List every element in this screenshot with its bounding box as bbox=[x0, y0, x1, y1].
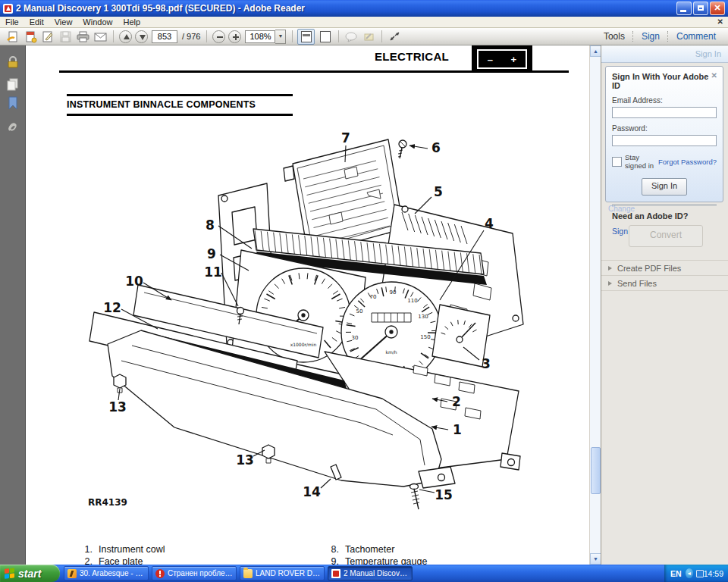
highlight-icon[interactable] bbox=[362, 30, 376, 43]
forgot-password-link[interactable]: Forgot Password? bbox=[658, 158, 717, 166]
toolbar: / 976 108% ▼ Tools Sign Comment bbox=[0, 28, 728, 45]
close-document-icon[interactable]: ✕ bbox=[717, 17, 723, 27]
zoom-out-button[interactable] bbox=[212, 30, 225, 43]
callout-11: 11 bbox=[204, 264, 222, 280]
stay-signed-in-checkbox[interactable] bbox=[612, 157, 622, 167]
create-pdf-files-row[interactable]: Create PDF Files bbox=[601, 260, 728, 275]
zoom-level-value: 108% bbox=[245, 30, 275, 43]
comment-button[interactable]: Comment bbox=[676, 31, 716, 42]
scroll-up-icon[interactable]: ▲ bbox=[590, 45, 601, 57]
email-field[interactable] bbox=[612, 107, 717, 118]
send-files-row[interactable]: Send Files bbox=[601, 275, 728, 290]
adobe-reader-icon bbox=[3, 4, 13, 14]
windows-logo-icon bbox=[5, 568, 15, 579]
window-title: 2 Manual Discovery 1 300Tdi 95-98.pdf (S… bbox=[16, 3, 675, 14]
callout-12: 12 bbox=[103, 300, 121, 315]
clock[interactable]: 14:59 bbox=[704, 569, 723, 578]
screen: 2 Manual Discovery 1 300Tdi 95-98.pdf (S… bbox=[0, 0, 728, 582]
alert-icon bbox=[155, 569, 165, 578]
single-page-mode-button[interactable] bbox=[316, 29, 334, 45]
save-icon[interactable] bbox=[58, 30, 73, 43]
email-icon[interactable] bbox=[93, 30, 108, 43]
callout-5: 5 bbox=[434, 184, 443, 199]
svg-text:70: 70 bbox=[370, 294, 377, 300]
svg-text:150: 150 bbox=[420, 334, 430, 340]
taskbar-item-browser[interactable]: Странен проблем с ... bbox=[152, 566, 237, 580]
zoom-level-select[interactable]: 108% ▼ bbox=[245, 30, 286, 44]
password-label: Password: bbox=[612, 124, 717, 133]
start-button[interactable]: start bbox=[0, 565, 60, 582]
fullscreen-icon[interactable] bbox=[388, 30, 402, 43]
svg-text:50: 50 bbox=[356, 308, 363, 314]
callout-13a: 13 bbox=[108, 399, 127, 415]
tray-arrow-icon[interactable]: ◄ bbox=[686, 568, 693, 578]
open-file-icon[interactable] bbox=[6, 30, 20, 43]
print-icon[interactable] bbox=[76, 30, 90, 43]
tach-unit-label: x1000r/min bbox=[290, 342, 317, 347]
sign-in-pane-header[interactable]: Sign In bbox=[601, 45, 728, 63]
sticky-note-icon[interactable] bbox=[344, 30, 359, 43]
scrolling-mode-button[interactable] bbox=[297, 29, 315, 45]
taskbar-item-pdf-active[interactable]: 2 Manual Discovery 1... bbox=[328, 566, 413, 580]
taskbar: start 30. Arabesque - In F... Странен пр… bbox=[0, 565, 728, 582]
callout-9: 9 bbox=[207, 246, 216, 261]
language-indicator[interactable]: EN bbox=[670, 569, 682, 578]
create-pdf-icon[interactable] bbox=[24, 30, 38, 43]
convert-button[interactable]: Convert bbox=[629, 225, 703, 247]
zoom-in-button[interactable] bbox=[228, 30, 241, 43]
parts-list-item: 1.Instrument cowl bbox=[79, 544, 165, 555]
taskbar-item-winamp[interactable]: 30. Arabesque - In F... bbox=[64, 566, 149, 580]
parts-list-item: 9.Temperature gauge bbox=[325, 556, 427, 565]
restore-button[interactable] bbox=[693, 2, 708, 15]
minimize-button[interactable] bbox=[676, 2, 692, 15]
callout-10: 10 bbox=[125, 274, 143, 289]
callout-8: 8 bbox=[206, 217, 215, 233]
next-page-button[interactable] bbox=[135, 30, 148, 43]
scroll-down-icon[interactable]: ▼ bbox=[590, 553, 601, 565]
close-icon[interactable]: ✕ bbox=[711, 71, 717, 80]
vertical-scrollbar[interactable]: ▲ ▼ bbox=[589, 45, 601, 565]
svg-text:110: 110 bbox=[407, 298, 417, 304]
svg-text:90: 90 bbox=[390, 289, 397, 296]
close-button[interactable]: ✕ bbox=[710, 2, 725, 15]
sign-button[interactable]: Sign bbox=[642, 31, 660, 42]
figure-reference: RR4139 bbox=[88, 497, 127, 508]
taskbar-item-folder[interactable]: LAND ROVER DISCOV... bbox=[240, 566, 325, 580]
menu-view[interactable]: View bbox=[49, 17, 78, 27]
pages-panel-icon[interactable] bbox=[5, 77, 20, 92]
tools-button[interactable]: Tools bbox=[604, 31, 625, 42]
menu-window[interactable]: Window bbox=[77, 17, 118, 27]
page-number-input[interactable] bbox=[152, 30, 177, 43]
callout-6: 6 bbox=[431, 140, 441, 155]
callout-7: 7 bbox=[341, 130, 350, 146]
speed-unit-label: km/h bbox=[385, 349, 397, 355]
display-icon[interactable] bbox=[696, 570, 704, 577]
stay-signed-in-label: Stay signed in bbox=[625, 153, 658, 170]
tools-panel: Sign In Sign In With Your Adobe ID ✕ Ema… bbox=[601, 45, 728, 565]
title-bar: 2 Manual Discovery 1 300Tdi 95-98.pdf (S… bbox=[0, 0, 728, 17]
folder-icon bbox=[243, 569, 253, 578]
password-field[interactable] bbox=[612, 135, 717, 146]
sign-document-icon[interactable] bbox=[41, 30, 55, 43]
previous-page-button[interactable] bbox=[119, 30, 132, 43]
change-link[interactable]: Change bbox=[608, 205, 635, 213]
email-label: Email Address: bbox=[612, 96, 717, 105]
callout-13b: 13 bbox=[236, 452, 254, 468]
callout-4: 4 bbox=[485, 216, 494, 231]
menu-edit[interactable]: Edit bbox=[24, 17, 49, 27]
sign-in-button[interactable]: Sign In bbox=[642, 178, 687, 196]
battery-icon: – + bbox=[472, 45, 532, 73]
menu-file[interactable]: File bbox=[0, 17, 24, 27]
chevron-right-icon bbox=[608, 281, 612, 286]
bookmarks-panel-icon[interactable] bbox=[5, 95, 20, 111]
menu-help[interactable]: Help bbox=[118, 17, 146, 27]
scrollbar-thumb[interactable] bbox=[591, 447, 601, 494]
attachments-panel-icon[interactable] bbox=[5, 120, 20, 135]
chevron-down-icon[interactable]: ▼ bbox=[275, 30, 286, 44]
section-title: INSTRUMENT BINNACLE COMPONENTS bbox=[67, 96, 293, 114]
sign-in-card-title: Sign In With Your Adobe ID bbox=[612, 72, 717, 90]
chevron-right-icon bbox=[608, 266, 612, 271]
navigation-pane bbox=[0, 45, 26, 565]
security-lock-icon[interactable] bbox=[5, 55, 20, 70]
header-rule bbox=[59, 70, 569, 73]
